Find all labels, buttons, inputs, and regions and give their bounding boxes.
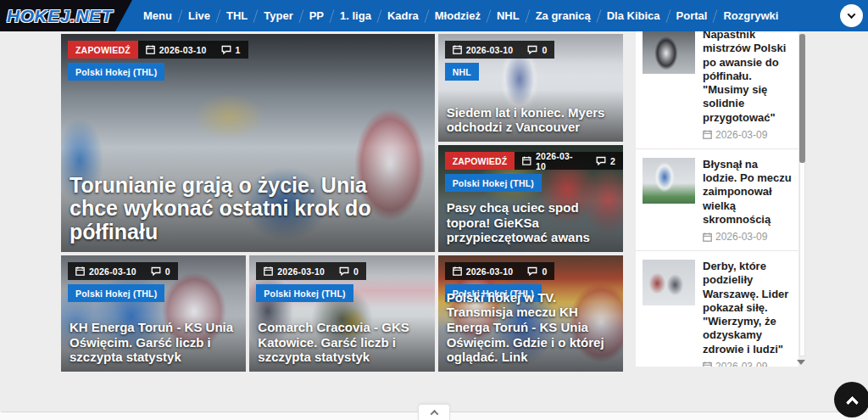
list-item[interactable]: Błysnął na lodzie. Po meczu zaimponował … (636, 149, 798, 251)
comments-icon (527, 45, 537, 54)
list-item[interactable]: Napastnik mistrzów Polski po awansie do … (636, 31, 798, 149)
news-title[interactable]: Napastnik mistrzów Polski po awansie do … (703, 31, 792, 125)
comments-icon (339, 266, 349, 276)
article-grid: ZAPOWIEDŹ 2026-03-10 1 Polski Hokej (THL… (61, 34, 623, 372)
comments-icon (527, 266, 537, 276)
nav-item-pp[interactable]: PP (302, 0, 331, 31)
article-date: 2026-03-10 (159, 45, 207, 55)
article-date: 2026-03-10 (466, 266, 514, 277)
nav-item-live[interactable]: Live (181, 0, 218, 31)
comment-count: 0 (165, 266, 170, 277)
article-card[interactable]: 2026-03-10 0 Polski Hokej (THL) Polski h… (438, 255, 623, 372)
article-date: 2026-03-10 (277, 266, 325, 277)
collapse-section-button[interactable] (418, 404, 450, 420)
comment-count: 0 (353, 266, 359, 277)
category-badge[interactable]: Polski Hokej (THL) (445, 174, 542, 192)
nav-item-kadra[interactable]: Kadra (380, 0, 426, 31)
article-card[interactable]: ZAPOWIEDŹ 2026-03-10 2 Polski Hokej (THL… (438, 145, 623, 252)
news-thumbnail (643, 31, 695, 74)
nav-item-nhl[interactable]: NHL (489, 0, 527, 31)
article-badges: ZAPOWIEDŹ 2026-03-10 2 Polski Hokej (THL… (445, 152, 623, 196)
top-navigation: HOKEJ.NET Menu Live THL Typer PP 1. liga… (0, 0, 868, 31)
article-title[interactable]: Polski hokej w TV. Transmisja meczu KH E… (447, 290, 615, 365)
nav-item-zagranica[interactable]: Za granicą (528, 0, 598, 31)
article-title[interactable]: Comarch Cracovia - GKS Katowice. Garść l… (258, 320, 426, 365)
article-title[interactable]: KH Energa Toruń - KS Unia Oświęcim. Garś… (70, 320, 237, 365)
article-card[interactable]: 2026-03-10 0 NHL Siedem lat i koniec. My… (438, 34, 623, 142)
calendar-icon (75, 266, 85, 276)
comment-count: 0 (542, 266, 547, 277)
sidebar-scroll-down-icon[interactable] (797, 360, 805, 365)
site-logo[interactable]: HOKEJ.NET (0, 0, 132, 31)
news-date: 2026-03-09 (703, 361, 792, 367)
meta-badge: 2026-03-10 0 (68, 262, 178, 280)
comment-count: 1 (236, 45, 241, 55)
calendar-icon (522, 156, 531, 165)
nav-item-thl[interactable]: THL (219, 0, 255, 31)
nav-item-menu[interactable]: Menu (136, 0, 180, 31)
chevron-up-icon (845, 395, 859, 409)
nav-expand-button[interactable] (840, 4, 863, 27)
nav-item-1liga[interactable]: 1. liga (332, 0, 379, 31)
article-date: 2026-03-10 (536, 151, 581, 171)
site-logo-text: HOKEJ.NET (7, 6, 113, 26)
comments-icon (596, 156, 606, 165)
nav-item-portal[interactable]: Portal (669, 0, 715, 31)
meta-badge: 2026-03-10 1 (138, 41, 248, 59)
news-date: 2026-03-09 (703, 129, 792, 141)
article-badges: ZAPOWIEDŹ 2026-03-10 1 Polski Hokej (THL… (68, 41, 248, 85)
comments-icon (151, 266, 161, 276)
meta-badge: 2026-03-10 2 (515, 152, 623, 170)
meta-badge: 2026-03-10 0 (256, 262, 366, 280)
list-item[interactable]: Derby, które podzieliły Warszawę. Lider … (636, 251, 798, 367)
article-badges: 2026-03-10 0 NHL (445, 41, 555, 85)
nav-item-rozgrywki[interactable]: Rozgrywki (715, 0, 786, 31)
article-date: 2026-03-10 (466, 45, 514, 55)
news-title[interactable]: Derby, które podzieliły Warszawę. Lider … (703, 260, 792, 356)
article-title[interactable]: Siedem lat i koniec. Myers odchodzi z Va… (447, 105, 615, 135)
back-to-top-button[interactable] (834, 382, 868, 417)
nav-item-typer[interactable]: Typer (256, 0, 300, 31)
comments-icon (221, 45, 231, 54)
tag-badge: ZAPOWIEDŹ (68, 41, 138, 59)
sidebar-scrollbar-thumb[interactable] (799, 34, 805, 163)
chevron-up-icon (430, 409, 438, 417)
meta-badge: 2026-03-10 0 (445, 262, 555, 280)
chevron-down-icon (848, 10, 856, 19)
category-badge[interactable]: NHL (445, 63, 479, 81)
category-badge[interactable]: Polski Hokej (THL) (68, 63, 164, 81)
news-thumbnail (643, 260, 695, 305)
meta-badge: 2026-03-10 0 (445, 41, 555, 59)
comment-count: 2 (610, 156, 615, 166)
nav-item-dlakibica[interactable]: Dla Kibica (599, 0, 668, 31)
article-card[interactable]: 2026-03-10 0 Polski Hokej (THL) KH Energ… (61, 255, 246, 372)
calendar-icon (703, 361, 712, 367)
article-card[interactable]: 2026-03-10 0 Polski Hokej (THL) Comarch … (249, 255, 434, 372)
calendar-icon (146, 45, 155, 54)
calendar-icon (453, 266, 462, 276)
article-date: 2026-03-10 (89, 266, 136, 277)
latest-news-list: Napastnik mistrzów Polski po awansie do … (636, 31, 798, 367)
calendar-icon (703, 130, 712, 139)
article-badges: 2026-03-10 0 Polski Hokej (THL) (68, 262, 178, 306)
article-title[interactable]: Pasy chcą uciec spod topora! GieKSa przy… (447, 200, 615, 245)
nav-item-mlodziez[interactable]: Młodzież (427, 0, 488, 31)
category-badge[interactable]: Polski Hokej (THL) (68, 284, 164, 302)
news-title[interactable]: Błysnął na lodzie. Po meczu zaimponował … (703, 158, 792, 227)
nav-menu: Menu Live THL Typer PP 1. liga Kadra Mło… (136, 0, 786, 31)
latest-news-sidebar: Napastnik mistrzów Polski po awansie do … (636, 31, 798, 367)
comment-count: 0 (542, 45, 547, 55)
page: HOKEJ.NET Menu Live THL Typer PP 1. liga… (0, 0, 868, 420)
article-card-featured[interactable]: ZAPOWIEDŹ 2026-03-10 1 Polski Hokej (THL… (61, 34, 435, 252)
category-badge[interactable]: Polski Hokej (THL) (256, 284, 353, 302)
calendar-icon (264, 266, 273, 276)
article-badges: 2026-03-10 0 Polski Hokej (THL) (256, 262, 366, 306)
calendar-icon (703, 232, 712, 242)
article-title[interactable]: Torunianie grają o życie. Unia chce wyko… (70, 174, 401, 244)
news-thumbnail (643, 158, 695, 204)
news-date: 2026-03-09 (703, 231, 792, 243)
calendar-icon (453, 45, 462, 54)
tag-badge: ZAPOWIEDŹ (445, 152, 515, 170)
